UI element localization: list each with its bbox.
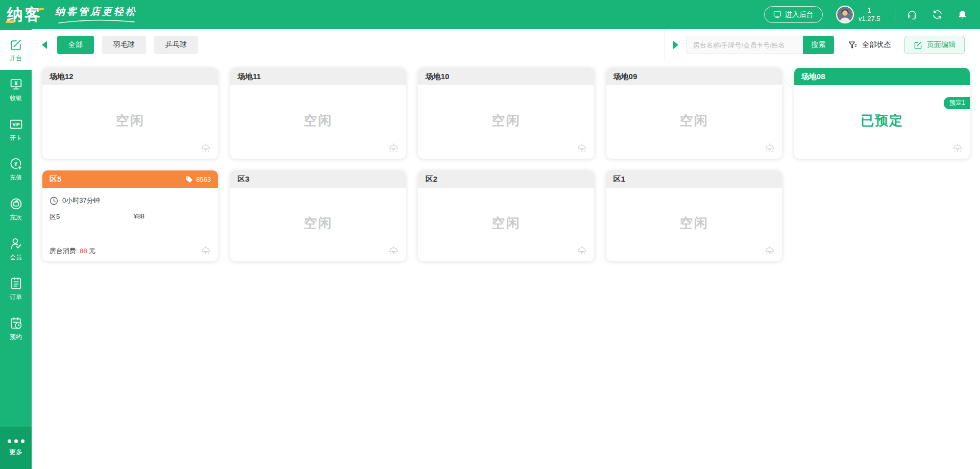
category-tabs: 全部 羽毛球 乒乓球 <box>57 36 198 54</box>
sidebar-item-open-table[interactable]: 开台 <box>0 30 32 70</box>
avatar-image <box>837 7 853 22</box>
court-card-occupied[interactable]: 区5 8563 <box>42 170 218 261</box>
card-title: 场地09 <box>614 72 638 82</box>
tabs-scroll-right-arrow[interactable] <box>673 41 678 49</box>
search-button[interactable]: 搜索 <box>803 36 834 54</box>
lamp-icon[interactable] <box>576 142 588 154</box>
monitor-icon <box>773 11 781 18</box>
cashier-icon: ¥ <box>9 78 23 91</box>
enter-backend-label: 进入后台 <box>785 10 814 19</box>
clock-icon <box>50 196 58 205</box>
card-title: 区1 <box>614 175 625 184</box>
app-window: 纳客 纳客管店更轻松 进入后台 <box>0 0 980 469</box>
card-title: 场地12 <box>50 72 74 82</box>
card-status: 已预定 <box>794 112 970 130</box>
recharge-times-icon <box>9 197 23 211</box>
sidebar-item-more[interactable]: 更多 <box>0 427 32 469</box>
booking-icon <box>9 316 23 330</box>
tab-pingpong[interactable]: 乒乓球 <box>154 36 198 54</box>
lamp-icon[interactable] <box>387 142 400 154</box>
card-title: 区5 <box>50 175 61 184</box>
court-card[interactable]: 场地09 空闲 <box>606 68 782 159</box>
sidebar-item-label: 会员 <box>10 253 22 262</box>
item-name: 区5 <box>50 212 133 221</box>
court-card[interactable]: 区1 空闲 <box>606 170 782 261</box>
sidebar-item-label: 开台 <box>10 54 22 63</box>
item-price: ¥88 <box>133 212 144 221</box>
card-title: 场地11 <box>237 72 261 82</box>
court-card[interactable]: 场地10 空闲 <box>418 68 594 159</box>
lamp-icon[interactable] <box>764 142 776 154</box>
tag-icon <box>185 176 193 183</box>
court-card[interactable]: 区3 空闲 <box>230 170 406 261</box>
sidebar-item-recharge[interactable]: ¥ 充值 <box>0 150 32 189</box>
brand-slogan: 纳客管店更轻松 <box>55 5 137 24</box>
sidebar-item-label: 开卡 <box>10 134 22 142</box>
card-status: 空闲 <box>418 214 594 232</box>
court-card[interactable]: 区2 空闲 <box>418 170 594 261</box>
page-edit-icon <box>914 41 922 50</box>
status-filter-label: 全部状态 <box>862 40 891 50</box>
logo-accent <box>6 20 15 23</box>
sync-icon[interactable] <box>932 9 943 20</box>
header-divider <box>895 10 896 20</box>
sidebar-item-label: 预约 <box>10 333 22 341</box>
search-input[interactable] <box>687 36 803 54</box>
court-card[interactable]: 场地12 空闲 <box>42 68 218 159</box>
card-status: 空闲 <box>230 214 406 232</box>
sidebar: 开台 ¥ 收银 VIP 开卡 <box>0 29 32 469</box>
lamp-icon[interactable] <box>951 142 964 154</box>
tab-badminton[interactable]: 羽毛球 <box>102 36 146 54</box>
more-dots-icon <box>8 439 24 443</box>
tag-number: 8563 <box>196 176 211 183</box>
slogan-underline <box>58 19 135 24</box>
card-title: 区2 <box>425 175 437 184</box>
version-label: v1.27.5 <box>859 15 880 23</box>
toolbar-divider <box>665 29 665 61</box>
card-status: 空闲 <box>230 112 406 130</box>
sidebar-item-orders[interactable]: 订单 <box>0 269 32 309</box>
svg-text:VIP: VIP <box>12 122 19 127</box>
tab-all[interactable]: 全部 <box>57 36 94 54</box>
card-status: 空闲 <box>418 112 594 130</box>
toolbar: 全部 羽毛球 乒乓球 搜索 <box>32 29 980 61</box>
lamp-icon[interactable] <box>200 142 212 154</box>
bell-icon[interactable] <box>957 9 968 20</box>
court-card-reserved[interactable]: 场地08 预定1 已预定 <box>794 68 970 159</box>
main-area: 全部 羽毛球 乒乓球 搜索 <box>32 29 980 469</box>
sidebar-item-label: 订单 <box>10 293 22 302</box>
sidebar-item-cashier[interactable]: ¥ 收银 <box>0 70 32 110</box>
headset-icon[interactable] <box>906 9 918 20</box>
top-header: 纳客 纳客管店更轻松 进入后台 <box>0 0 980 29</box>
consume-row: 房台消费: 88 元 <box>50 246 95 256</box>
sidebar-item-booking[interactable]: 预约 <box>0 309 32 349</box>
avatar[interactable] <box>836 6 854 23</box>
slogan-text: 纳客管店更轻松 <box>55 5 137 18</box>
status-filter[interactable]: 全部状态 <box>848 40 891 50</box>
lamp-icon[interactable] <box>576 244 588 257</box>
sidebar-item-open-card[interactable]: VIP 开卡 <box>0 110 32 150</box>
lamp-icon[interactable] <box>200 244 212 257</box>
lamp-icon[interactable] <box>764 244 776 257</box>
court-card-grid: 场地12 空闲 场地11 空闲 场地10 <box>32 61 980 261</box>
sidebar-item-label: 充次 <box>10 213 22 222</box>
hand-tag: 8563 <box>185 176 211 183</box>
reserve-count-badge[interactable]: 预定1 <box>944 97 970 109</box>
enter-backend-button[interactable]: 进入后台 <box>764 6 823 23</box>
card-status: 空闲 <box>606 112 782 130</box>
card-title: 区3 <box>237 175 249 184</box>
page-edit-button[interactable]: 页面编辑 <box>904 36 965 54</box>
version-block: 1 v1.27.5 <box>859 6 880 23</box>
court-card[interactable]: 场地11 空闲 <box>230 68 406 159</box>
sidebar-item-member[interactable]: 会员 <box>0 229 32 269</box>
card-status: 空闲 <box>606 214 782 232</box>
member-icon <box>9 237 23 251</box>
tabs-scroll-left-arrow[interactable] <box>42 41 47 49</box>
orders-icon <box>9 277 23 290</box>
recharge-icon: ¥ <box>9 157 23 171</box>
open-table-icon <box>9 38 23 52</box>
lamp-icon[interactable] <box>387 244 400 257</box>
consume-amount: 88 <box>80 247 87 255</box>
sidebar-item-recharge-times[interactable]: 充次 <box>0 189 32 229</box>
card-status: 空闲 <box>42 112 218 130</box>
